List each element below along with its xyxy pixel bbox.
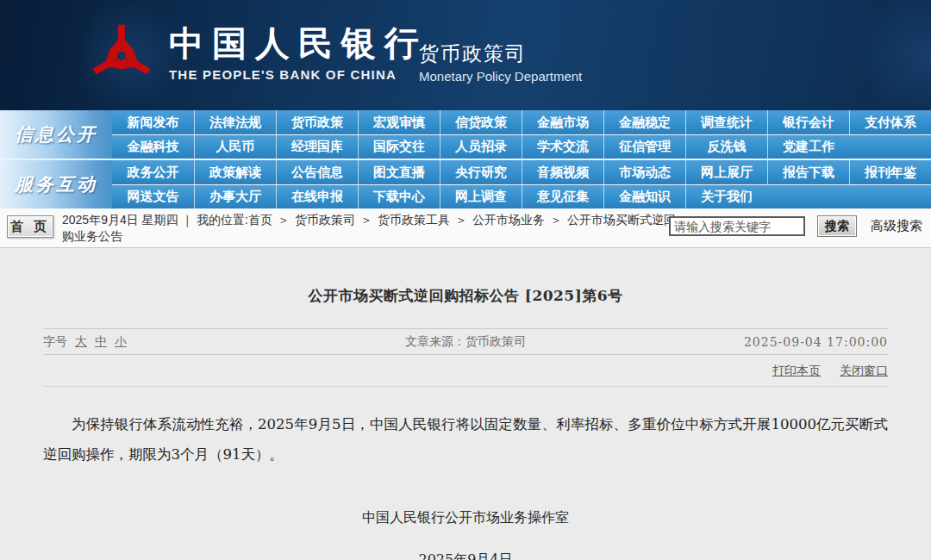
nav-item[interactable]: 下载中心 [358, 185, 440, 208]
nav-item[interactable]: 图文直播 [358, 160, 440, 184]
nav-item-empty [767, 185, 849, 208]
nav-rows: 政务公开政策解读公告信息图文直播央行研究音频视频市场动态网上展厅报告下载报刊年鉴… [112, 160, 931, 208]
department-name-cn: 货币政策司 [419, 41, 582, 65]
department-name-en: Monetary Policy Department [419, 69, 582, 84]
nav-item-empty [849, 185, 931, 208]
search-button[interactable]: 搜索 [817, 215, 857, 237]
search-group: 搜索 高级搜索 [669, 215, 922, 237]
nav-item[interactable]: 公告信息 [276, 160, 358, 184]
article-actions: 打印本页 关闭窗口 [43, 364, 888, 387]
nav-item[interactable]: 金融稳定 [603, 110, 685, 134]
article-meta-row: 字号 大中小 文章来源：货币政策司 2025-09-04 17:00:00 [43, 328, 888, 355]
breadcrumb-toolbar: 首 页 2025年9月4日 星期四 ｜ 我的位置:首页＞货币政策司＞货币政策工具… [0, 208, 931, 248]
nav-section-label-0[interactable]: 信息公开 [0, 110, 112, 159]
nav-item[interactable]: 报刊年鉴 [849, 160, 931, 184]
search-input[interactable] [669, 216, 805, 236]
nav-section: 信息公开新闻发布法律法规货币政策宏观审慎信贷政策金融市场金融稳定调查统计银行会计… [0, 110, 931, 159]
nav-rows: 新闻发布法律法规货币政策宏观审慎信贷政策金融市场金融稳定调查统计银行会计支付体系… [112, 110, 931, 159]
breadcrumb-item[interactable]: 首页 [248, 213, 272, 227]
article-area: 公开市场买断式逆回购招标公告 [2025]第6号 字号 大中小 文章来源：货币政… [0, 286, 931, 560]
source-value: 货币政策司 [466, 334, 526, 348]
nav-item[interactable]: 金融科技 [112, 135, 194, 159]
home-button[interactable]: 首 页 [7, 215, 53, 238]
nav-item[interactable]: 政务公开 [112, 160, 194, 184]
font-size-controls: 字号 大中小 [43, 334, 127, 350]
advanced-search-link[interactable]: 高级搜索 [871, 218, 922, 234]
nav-item[interactable]: 反洗钱 [685, 135, 767, 159]
article-timestamp: 2025-09-04 17:00:00 [744, 335, 888, 349]
article-title: 公开市场买断式逆回购招标公告 [2025]第6号 [43, 286, 888, 306]
breadcrumb-item[interactable]: 公开市场业务 [472, 213, 545, 227]
crumb-separator-icon: ＞ [545, 213, 567, 227]
nav-item[interactable]: 银行会计 [767, 110, 849, 134]
toolbar-date: 2025年9月4日 星期四 [62, 213, 178, 227]
toolbar-divider: ｜ [178, 213, 197, 227]
font-size-option[interactable]: 大 [75, 334, 87, 350]
article-signature: 中国人民银行公开市场业务操作室 [43, 509, 888, 527]
print-page-link[interactable]: 打印本页 [772, 364, 821, 379]
nav-row: 新闻发布法律法规货币政策宏观审慎信贷政策金融市场金融稳定调查统计银行会计支付体系 [112, 110, 931, 134]
nav-item[interactable]: 金融市场 [522, 110, 603, 134]
nav-item[interactable]: 市场动态 [603, 160, 685, 184]
nav-item[interactable]: 新闻发布 [112, 110, 194, 134]
nav-item[interactable]: 央行研究 [440, 160, 522, 184]
nav-item[interactable]: 法律法规 [194, 110, 276, 134]
nav-item[interactable]: 音频视频 [522, 160, 603, 184]
close-window-link[interactable]: 关闭窗口 [840, 364, 888, 379]
nav-item[interactable]: 网上调查 [440, 185, 522, 208]
bank-name-cn: 中国人民银行 [169, 22, 428, 64]
department-block: 货币政策司 Monetary Policy Department [419, 41, 582, 84]
pboc-emblem-icon [86, 19, 157, 93]
nav-row: 金融科技人民币经理国库国际交往人员招录学术交流征信管理反洗钱党建工作 [112, 134, 931, 159]
nav-item[interactable]: 党建工作 [767, 135, 849, 159]
nav-item[interactable]: 宏观审慎 [358, 110, 440, 134]
nav-item[interactable]: 人民币 [194, 135, 276, 159]
source-label: 文章来源： [405, 334, 466, 348]
nav-item[interactable]: 学术交流 [522, 135, 603, 159]
article-date: 2025年9月4日 [43, 551, 888, 560]
article-body: 为保持银行体系流动性充裕，2025年9月5日，中国人民银行将以固定数量、利率招标… [43, 409, 888, 470]
main-navigation: 信息公开新闻发布法律法规货币政策宏观审慎信贷政策金融市场金融稳定调查统计银行会计… [0, 110, 931, 208]
nav-section: 服务互动政务公开政策解读公告信息图文直播央行研究音频视频市场动态网上展厅报告下载… [0, 159, 931, 208]
bank-name-block: 中国人民银行 THE PEOPLE'S BANK OF CHINA [169, 22, 428, 82]
site-header: 中国人民银行 THE PEOPLE'S BANK OF CHINA 货币政策司 … [0, 0, 931, 110]
breadcrumb-item[interactable]: 货币政策司 [295, 213, 355, 227]
nav-item[interactable]: 报告下载 [767, 160, 849, 184]
font-size-option[interactable]: 小 [115, 334, 127, 350]
nav-item[interactable]: 货币政策 [276, 110, 358, 134]
nav-row: 网送文告办事大厅在线申报下载中心网上调查意见征集金融知识关于我们 [112, 184, 931, 208]
crumb-separator-icon: ＞ [450, 213, 472, 227]
nav-item[interactable]: 意见征集 [522, 185, 603, 208]
nav-item[interactable]: 政策解读 [194, 160, 276, 184]
nav-item[interactable]: 调查统计 [685, 110, 767, 134]
breadcrumb-item[interactable]: 货币政策工具 [378, 213, 450, 227]
nav-item[interactable]: 在线申报 [276, 185, 358, 208]
nav-item[interactable]: 人员招录 [440, 135, 522, 159]
nav-section-label-1[interactable]: 服务互动 [0, 160, 112, 208]
nav-item-empty [849, 135, 931, 159]
crumb-separator-icon: ＞ [355, 213, 378, 227]
nav-item[interactable]: 经理国库 [276, 135, 358, 159]
nav-item[interactable]: 网送文告 [112, 185, 194, 208]
nav-item[interactable]: 网上展厅 [685, 160, 767, 184]
nav-row: 政务公开政策解读公告信息图文直播央行研究音频视频市场动态网上展厅报告下载报刊年鉴 [112, 160, 931, 184]
font-size-option[interactable]: 中 [95, 334, 107, 350]
nav-item[interactable]: 办事大厅 [194, 185, 276, 208]
nav-item[interactable]: 国际交往 [358, 135, 440, 159]
breadcrumb: 2025年9月4日 星期四 ｜ 我的位置:首页＞货币政策司＞货币政策工具＞公开市… [62, 212, 676, 245]
nav-item[interactable]: 征信管理 [603, 135, 685, 159]
font-size-label: 字号 [43, 334, 67, 350]
crumb-separator-icon: ＞ [272, 213, 295, 227]
nav-item[interactable]: 信贷政策 [440, 110, 522, 134]
bank-name-en: THE PEOPLE'S BANK OF CHINA [169, 67, 428, 82]
location-label: 我的位置: [197, 213, 248, 227]
nav-item[interactable]: 金融知识 [603, 185, 685, 208]
nav-item[interactable]: 支付体系 [849, 110, 931, 134]
nav-item[interactable]: 关于我们 [685, 185, 767, 208]
